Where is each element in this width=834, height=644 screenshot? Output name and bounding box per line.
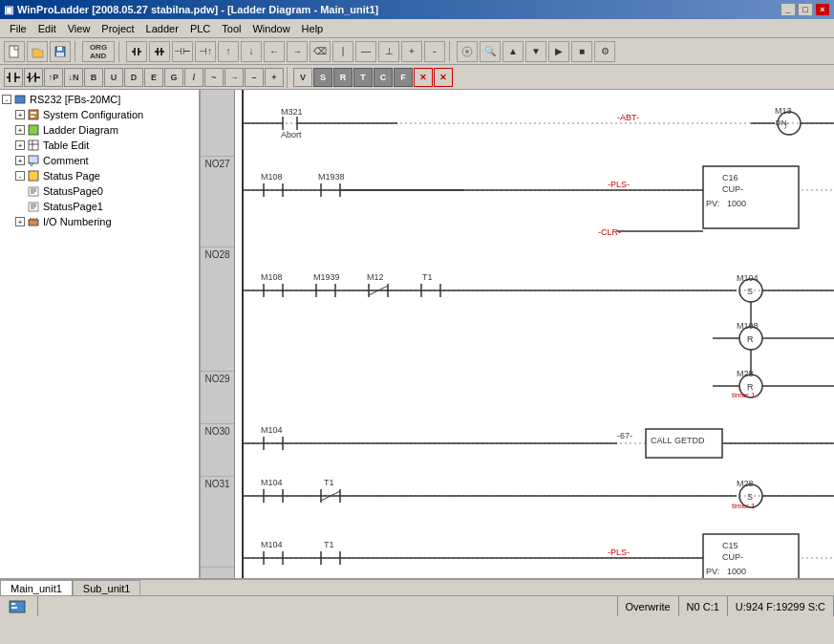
svg-rect-27	[29, 110, 38, 119]
btn11[interactable]: —	[355, 41, 376, 62]
btn-wave[interactable]: ~	[204, 68, 224, 87]
insert-no-button[interactable]	[4, 68, 23, 87]
btn-neg[interactable]: ↓N	[64, 68, 83, 87]
open-button[interactable]	[27, 41, 48, 62]
btn-plus[interactable]: +	[265, 68, 284, 87]
svg-rect-37	[29, 187, 38, 196]
row-num-28: NO28	[201, 247, 234, 372]
org-and-button[interactable]: ORGAND	[82, 41, 115, 62]
stop-button[interactable]: ■	[571, 41, 592, 62]
zoom-button[interactable]: 🔍	[480, 41, 501, 62]
btn-u[interactable]: U	[104, 68, 123, 87]
btn6[interactable]: ↓	[241, 41, 262, 62]
btn13[interactable]: +	[401, 41, 422, 62]
menu-edit[interactable]: Edit	[32, 21, 62, 36]
svg-text:M108: M108	[737, 321, 759, 331]
contact-nc-button[interactable]	[149, 41, 170, 62]
btn10[interactable]: |	[332, 41, 353, 62]
tree-expand-ladder[interactable]: +	[15, 125, 25, 135]
svg-rect-160	[11, 607, 17, 609]
tab-main-unit1[interactable]: Main_unit1	[0, 580, 73, 595]
close-button[interactable]: ×	[815, 3, 830, 16]
sidebar-item-status-page1[interactable]: StatusPage1	[0, 199, 199, 214]
menu-view[interactable]: View	[62, 21, 96, 36]
sidebar-item-status-page0[interactable]: StatusPage0	[0, 183, 199, 199]
svg-text:CUP-: CUP-	[722, 184, 743, 194]
status-coords: U:924 F:19299 S:C	[728, 596, 834, 616]
tree-expand-status[interactable]: -	[15, 171, 25, 181]
coil-x-button[interactable]: ✕	[414, 68, 433, 87]
svg-text:GETDD: GETDD	[674, 436, 705, 445]
coil-x2-button[interactable]: ✕	[434, 68, 453, 87]
toolbar-separator-1	[75, 41, 78, 62]
menu-project[interactable]: Project	[96, 21, 139, 36]
btn-b[interactable]: B	[84, 68, 103, 87]
menu-ladder[interactable]: Ladder	[140, 21, 184, 36]
svg-rect-36	[29, 171, 38, 181]
tree-expand-table[interactable]: +	[15, 140, 25, 150]
new-button[interactable]	[4, 41, 25, 62]
tree-expand-comment[interactable]: +	[15, 156, 25, 165]
save-button[interactable]	[50, 41, 71, 62]
menu-plc[interactable]: PLC	[184, 21, 216, 36]
svg-rect-29	[31, 116, 34, 118]
contact-no-button[interactable]	[126, 41, 147, 62]
ladder-svg: M321 Abort -ABT- ) M13 -DN- M108	[235, 90, 834, 578]
btn-v[interactable]: V	[293, 68, 312, 87]
btn-e[interactable]: E	[144, 68, 163, 87]
tree-expand-io[interactable]: +	[15, 217, 25, 226]
sidebar-item-comment[interactable]: + Comment	[0, 153, 199, 168]
coil-t-button[interactable]: T	[353, 68, 373, 87]
coil-r-button[interactable]: R	[333, 68, 353, 87]
sidebar-item-io[interactable]: + I/O Numbering	[0, 214, 199, 229]
status-icon-section	[0, 596, 38, 616]
btn9[interactable]: ⌫	[310, 41, 331, 62]
maximize-button[interactable]: □	[798, 3, 813, 16]
svg-text:M104: M104	[737, 273, 759, 283]
ladder-diagram-area[interactable]: M321 Abort -ABT- ) M13 -DN- M108	[235, 90, 834, 578]
status-mode-text: Overwrite	[626, 601, 671, 612]
btn-d[interactable]: D	[124, 68, 143, 87]
tab-bar: Main_unit1 Sub_unit1	[0, 578, 834, 595]
tree-expand-sysconfig[interactable]: +	[15, 110, 25, 119]
menu-window[interactable]: Window	[246, 21, 295, 36]
sidebar-item-status-page[interactable]: - Status Page	[0, 168, 199, 183]
coil-f-button[interactable]: F	[394, 68, 413, 87]
sidebar-item-ladder[interactable]: + Ladder Diagram	[0, 122, 199, 138]
tab-sub-unit1[interactable]: Sub_unit1	[73, 580, 141, 595]
btn-slash[interactable]: /	[184, 68, 203, 87]
btn8[interactable]: →	[287, 41, 308, 62]
svg-text:M1939: M1939	[313, 272, 340, 282]
table-edit-label: Table Edit	[43, 140, 89, 151]
menu-file[interactable]: File	[4, 21, 32, 36]
btn7[interactable]: ←	[264, 41, 285, 62]
toolbar2-sep	[287, 67, 290, 88]
coil-c-button[interactable]: C	[374, 68, 393, 87]
app-icon: ▣	[4, 4, 13, 16]
main-area: - RS232 [FBs-20MC] + System Configuratio…	[0, 90, 834, 578]
menu-bar: File Edit View Project Ladder PLC Tool W…	[0, 19, 834, 38]
btn-pos[interactable]: ↑P	[44, 68, 63, 87]
tree-root-item[interactable]: - RS232 [FBs-20MC]	[0, 92, 199, 107]
download-button[interactable]: ▼	[525, 41, 546, 62]
btn4[interactable]: ⊣↑	[195, 41, 216, 62]
minimize-button[interactable]: _	[781, 3, 796, 16]
btn12[interactable]: ⊥	[378, 41, 399, 62]
btn-g[interactable]: G	[164, 68, 183, 87]
coil-s-button[interactable]: S	[313, 68, 332, 87]
tree-expand-root[interactable]: -	[2, 95, 11, 104]
menu-tool[interactable]: Tool	[216, 21, 246, 36]
btn14[interactable]: -	[424, 41, 445, 62]
monitor-button[interactable]	[457, 41, 478, 62]
btn-minus[interactable]: –	[245, 68, 264, 87]
menu-help[interactable]: Help	[296, 21, 330, 36]
run-button[interactable]: ▶	[548, 41, 569, 62]
btn3[interactable]: ⊣⊢	[172, 41, 193, 62]
btn-arrow[interactable]: →	[225, 68, 244, 87]
settings-button[interactable]: ⚙	[594, 41, 615, 62]
insert-nc-button[interactable]	[24, 68, 43, 87]
sidebar-item-table-edit[interactable]: + Table Edit	[0, 138, 199, 153]
sidebar-item-system-config[interactable]: + System Configuration	[0, 107, 199, 122]
upload-button[interactable]: ▲	[503, 41, 524, 62]
btn5[interactable]: ↑	[218, 41, 239, 62]
